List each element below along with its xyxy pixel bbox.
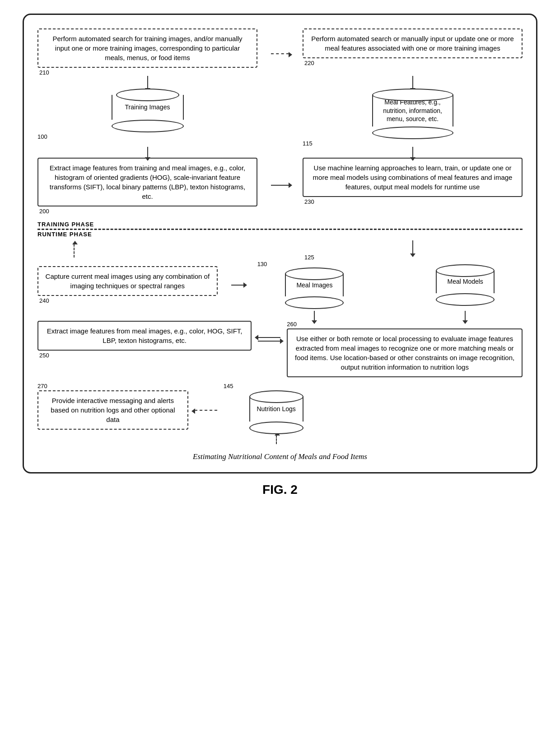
- db-meal-images: 130 Meal Images: [257, 261, 372, 309]
- cylinder-bottom: [112, 120, 184, 132]
- two-headed-arrow: [258, 337, 280, 342]
- figure-label: FIG. 2: [262, 483, 298, 497]
- phase-training-label: TRAINING PHASE: [37, 221, 523, 228]
- db-nutrition-logs: 145 Nutrition Logs: [224, 383, 329, 444]
- ref-260-top: 260: [287, 321, 297, 328]
- box-200-col: Extract image features from training and…: [37, 158, 257, 215]
- db-meal-features: Meal Features, e.g., nutrition, informat…: [303, 89, 523, 147]
- box-240-col: Capture current meal images using any co…: [37, 266, 218, 304]
- ref-230: 230: [304, 198, 314, 205]
- box-250: Extract image features from meal images,…: [37, 321, 252, 351]
- arrow-mealimages-down: [257, 311, 372, 321]
- diagram-caption: Estimating Nutritional Content of Meals …: [37, 452, 523, 461]
- ref-130: 130: [257, 261, 267, 267]
- box-210: Perform automated search for training im…: [37, 28, 257, 68]
- arrow-200-to-230: [271, 185, 289, 186]
- cylinder-bottom: [249, 422, 303, 434]
- dashed-arrow-up-200: [37, 244, 257, 258]
- box-240: Capture current meal images using any co…: [37, 266, 218, 296]
- dashed-arrow-nl-to-270: [195, 410, 217, 411]
- ref-125: 125: [304, 254, 314, 261]
- arrow-training-to-200: [37, 147, 257, 158]
- cylinder-top: [436, 264, 495, 277]
- box-200: Extract image features from training and…: [37, 158, 257, 206]
- db-training-images: Training Images 100: [37, 89, 257, 140]
- ref-270-top: 270: [37, 383, 47, 389]
- box-250-col: Extract image features from meal images,…: [37, 321, 252, 359]
- ref-115: 115: [303, 140, 313, 147]
- ref-145: 145: [224, 383, 233, 389]
- cylinder-top: [249, 390, 303, 403]
- arrow-230-to-mealmodels: 125: [303, 240, 523, 261]
- arrow-mf-to-230: [303, 147, 523, 158]
- ref-100: 100: [37, 133, 47, 140]
- box-270: Provide interactive messaging and alerts…: [37, 390, 188, 430]
- phase-runtime-label: RUNTIME PHASE: [37, 231, 523, 238]
- cylinder-top: [116, 89, 179, 101]
- cylinder-bottom: [285, 296, 344, 309]
- ref-200: 200: [39, 208, 49, 215]
- arrow-to-mealfeatures-db: [303, 76, 523, 89]
- db-meal-models: Meal Models: [408, 264, 523, 306]
- arrow-210-to-220: [271, 53, 289, 54]
- cylinder-top: [372, 89, 453, 101]
- box-230-col: Use machine learning approaches to learn…: [303, 158, 523, 205]
- box-260-col: 260 Use either or both remote or local p…: [287, 321, 523, 377]
- col-meal-features-input: Perform automated search or manually inp…: [303, 28, 523, 66]
- arrow-mealmodels-down: [408, 311, 523, 321]
- arrow-to-training-db: [37, 76, 257, 89]
- box-270-col: 270 Provide interactive messaging and al…: [37, 383, 188, 430]
- cylinder-top: [285, 267, 344, 280]
- phase-divider-training: TRAINING PHASE RUNTIME PHASE: [37, 221, 523, 238]
- ref-210: 210: [39, 69, 49, 76]
- diagram-container: Perform automated search for training im…: [23, 14, 537, 473]
- cylinder-bottom: [436, 293, 495, 306]
- arrow-240-to-mealimages: [231, 285, 244, 286]
- ref-250: 250: [39, 352, 49, 359]
- col-training: Perform automated search for training im…: [37, 28, 257, 76]
- ref-240: 240: [39, 297, 49, 304]
- cylinder-bottom: [372, 127, 453, 139]
- ref-220: 220: [304, 60, 314, 66]
- box-230: Use machine learning approaches to learn…: [303, 158, 523, 197]
- box-220: Perform automated search or manually inp…: [303, 28, 523, 58]
- box-260: Use either or both remote or local proce…: [287, 328, 523, 377]
